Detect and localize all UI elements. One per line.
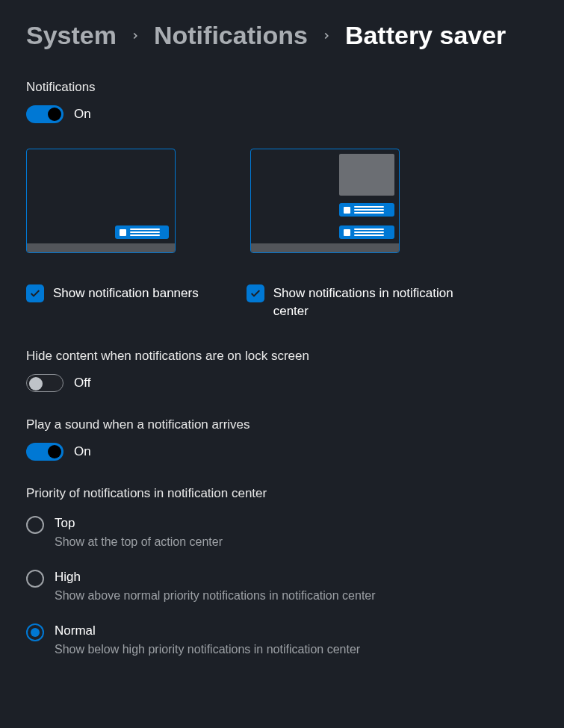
flyout-icon <box>339 154 394 196</box>
priority-radio-top[interactable]: Top Show at the top of action center <box>26 516 538 549</box>
preview-banner-card[interactable] <box>26 149 176 253</box>
sound-label: Play a sound when a notification arrives <box>26 417 538 432</box>
priority-high-title: High <box>55 570 376 585</box>
notifications-label: Notifications <box>26 80 538 95</box>
breadcrumb-notifications[interactable]: Notifications <box>154 21 308 50</box>
notification-previews <box>26 149 538 253</box>
sound-toggle-state: On <box>74 444 91 459</box>
priority-top-title: Top <box>55 516 223 531</box>
notifications-toggle[interactable] <box>26 105 63 123</box>
priority-normal-desc: Show below high priority notifications i… <box>55 643 360 656</box>
show-center-label: Show notifications in notification cente… <box>273 284 456 320</box>
hide-content-label: Hide content when notifications are on l… <box>26 349 538 364</box>
priority-radio-group: Top Show at the top of action center Hig… <box>26 516 538 656</box>
chevron-right-icon <box>321 26 332 46</box>
page-title: Battery saver <box>345 21 506 50</box>
notifications-toggle-state: On <box>74 107 91 122</box>
radio-icon <box>26 570 44 588</box>
banner-icon <box>115 225 169 239</box>
hide-content-toggle-state: Off <box>74 376 90 391</box>
radio-icon <box>26 516 44 534</box>
priority-top-desc: Show at the top of action center <box>55 535 223 549</box>
taskbar-icon <box>251 243 399 252</box>
priority-radio-high[interactable]: High Show above normal priority notifica… <box>26 570 538 603</box>
chevron-right-icon <box>130 26 140 46</box>
check-icon <box>250 287 261 299</box>
hide-content-toggle[interactable] <box>26 374 63 392</box>
check-icon <box>29 287 41 299</box>
show-banners-checkbox[interactable] <box>26 284 44 302</box>
priority-normal-title: Normal <box>55 623 360 638</box>
preview-center-card[interactable] <box>250 149 400 253</box>
priority-high-desc: Show above normal priority notifications… <box>55 589 376 603</box>
breadcrumb: System Notifications Battery saver <box>26 21 538 50</box>
banner-icon <box>339 203 394 217</box>
sound-toggle[interactable] <box>26 443 63 461</box>
priority-label: Priority of notifications in notificatio… <box>26 486 538 501</box>
taskbar-icon <box>27 243 175 252</box>
show-banners-label: Show notification banners <box>53 284 199 302</box>
priority-radio-normal[interactable]: Normal Show below high priority notifica… <box>26 623 538 656</box>
radio-icon <box>26 623 44 641</box>
banner-icon <box>339 225 394 239</box>
breadcrumb-system[interactable]: System <box>26 21 117 50</box>
show-center-checkbox[interactable] <box>247 284 264 302</box>
